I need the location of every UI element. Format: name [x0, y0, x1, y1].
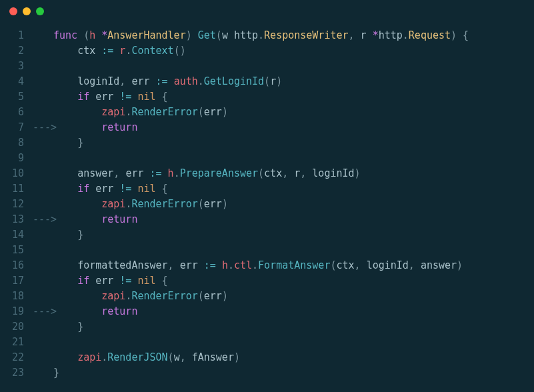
code-content[interactable]: } [53, 319, 534, 335]
token-ident: r [294, 167, 300, 179]
code-line[interactable]: 12 zapi.RenderError(err) [0, 197, 534, 212]
token-punct: ) [276, 75, 282, 87]
line-number: 22 [0, 350, 27, 365]
code-content[interactable]: } [53, 365, 534, 381]
line-number: 12 [0, 197, 27, 212]
code-content[interactable]: func (h *AnswerHandler) Get(w http.Respo… [53, 28, 534, 43]
code-line[interactable]: 22 zapi.RenderJSON(w, fAnswer) [0, 350, 534, 365]
code-line[interactable]: 18 zapi.RenderError(err) [0, 289, 534, 304]
code-line[interactable]: 8 } [0, 135, 534, 151]
code-content[interactable]: } [53, 227, 534, 243]
token-punct [89, 183, 95, 195]
token-kw: return [101, 305, 137, 317]
code-line[interactable]: 23} [0, 365, 534, 381]
token-punct [198, 259, 204, 271]
code-content[interactable]: if err != nil { [53, 273, 534, 289]
code-content[interactable]: ctx := r.Context() [53, 43, 534, 59]
code-content[interactable]: loginId, err := auth.GetLoginId(r) [53, 74, 534, 89]
token-ident: loginId [367, 259, 409, 271]
token-punct [95, 45, 101, 57]
arrow-gutter: ---> [27, 120, 53, 135]
code-line[interactable]: 16 formattedAnswer, err := h.ctl.FormatA… [0, 258, 534, 273]
token-builtin: nil [137, 183, 155, 195]
token-ident: err [131, 75, 149, 87]
token-call: RenderError [131, 106, 197, 118]
code-content[interactable] [53, 243, 534, 258]
token-punct: ) [355, 167, 361, 179]
token-punct [168, 75, 174, 87]
token-ident: w [174, 351, 180, 363]
token-call: RenderJSON [107, 351, 167, 363]
arrow-gutter: ---> [27, 212, 53, 227]
token-punct: ( [216, 29, 222, 41]
code-content[interactable] [53, 335, 534, 350]
token-field: zapi [101, 198, 125, 210]
code-content[interactable]: zapi.RenderError(err) [53, 197, 534, 212]
line-number: 14 [0, 227, 27, 243]
token-op: := [101, 45, 113, 57]
token-ident [77, 198, 101, 210]
token-ident: ctx [336, 259, 354, 271]
code-content[interactable]: answer, err := h.PrepareAnswer(ctx, r, l… [53, 166, 534, 181]
code-line[interactable]: 4 loginId, err := auth.GetLoginId(r) [0, 74, 534, 89]
token-ident: err [204, 290, 222, 302]
token-punct [89, 91, 95, 103]
code-content[interactable]: zapi.RenderError(err) [53, 105, 534, 120]
token-punct: . [198, 75, 204, 87]
code-line[interactable]: 13 ---> return [0, 212, 534, 227]
code-line[interactable]: 19 ---> return [0, 304, 534, 319]
code-line[interactable]: 14 } [0, 227, 534, 243]
token-punct: ) [222, 198, 228, 210]
code-content[interactable]: zapi.RenderError(err) [53, 289, 534, 304]
code-content[interactable]: return [53, 120, 534, 135]
token-punct: } [77, 137, 83, 149]
code-content[interactable] [53, 59, 534, 74]
token-ident: err [204, 198, 222, 210]
arrow-gutter: ---> [27, 304, 53, 319]
code-content[interactable] [53, 151, 534, 166]
token-punct: ) { [451, 29, 469, 41]
token-kw: if [77, 275, 89, 287]
token-field: h [222, 259, 228, 271]
line-number: 13 [0, 212, 27, 227]
window-minimize-icon[interactable] [23, 7, 31, 15]
window-close-icon[interactable] [9, 7, 17, 15]
token-punct: { [156, 183, 168, 195]
token-punct [150, 75, 156, 87]
code-line[interactable]: 11 if err != nil { [0, 181, 534, 197]
token-op: != [119, 275, 131, 287]
window-zoom-icon[interactable] [36, 7, 44, 15]
token-punct [113, 183, 119, 195]
token-punct: ( [198, 106, 204, 118]
code-line[interactable]: 3 [0, 59, 534, 74]
code-line[interactable]: 5 if err != nil { [0, 89, 534, 105]
token-ident [77, 106, 101, 118]
code-content[interactable]: zapi.RenderJSON(w, fAnswer) [53, 350, 534, 365]
code-content[interactable]: formattedAnswer, err := h.ctl.FormatAnsw… [53, 258, 534, 273]
code-content[interactable]: if err != nil { [53, 181, 534, 197]
code-line[interactable]: 20 } [0, 319, 534, 335]
token-ident: err [95, 275, 113, 287]
code-line[interactable]: 9 [0, 151, 534, 166]
token-ident: answer [77, 167, 113, 179]
code-line[interactable]: 6 zapi.RenderError(err) [0, 105, 534, 120]
line-number: 6 [0, 105, 27, 120]
token-punct: } [77, 321, 83, 333]
code-content[interactable]: } [53, 135, 534, 151]
code-editor[interactable]: 1func (h *AnswerHandler) Get(w http.Resp… [0, 23, 534, 389]
token-punct: ) [222, 290, 228, 302]
token-ident: answer [421, 259, 457, 271]
code-line[interactable]: 15 [0, 243, 534, 258]
token-ident: http [379, 29, 403, 41]
code-content[interactable]: return [53, 304, 534, 319]
code-line[interactable]: 17 if err != nil { [0, 273, 534, 289]
code-line[interactable]: 10 answer, err := h.PrepareAnswer(ctx, r… [0, 166, 534, 181]
code-content[interactable]: if err != nil { [53, 89, 534, 105]
token-punct: , [282, 167, 294, 179]
code-content[interactable]: return [53, 212, 534, 227]
code-line[interactable]: 21 [0, 335, 534, 350]
code-line[interactable]: 7 ---> return [0, 120, 534, 135]
code-line[interactable]: 1func (h *AnswerHandler) Get(w http.Resp… [0, 28, 534, 43]
token-ident: w [222, 29, 228, 41]
code-line[interactable]: 2 ctx := r.Context() [0, 43, 534, 59]
